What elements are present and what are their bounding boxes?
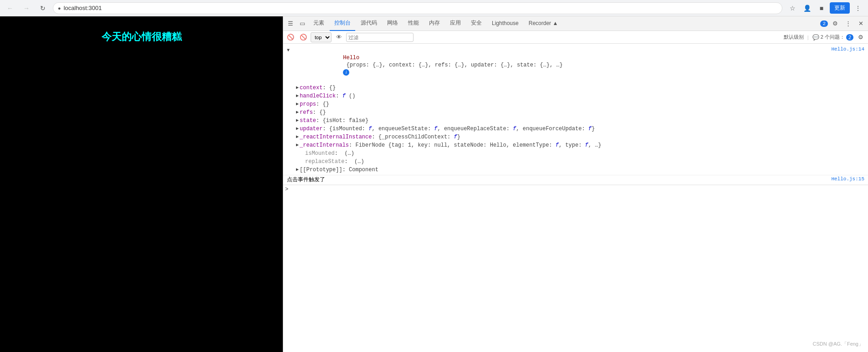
tree-toggle-prototype[interactable] bbox=[296, 166, 299, 173]
page-title: 今天的心情很糟糕 bbox=[102, 30, 182, 44]
devtools-dock-toggle[interactable]: ▭ bbox=[297, 18, 308, 29]
console-content: Hello {props: {…}, context: {…}, refs: {… bbox=[283, 44, 868, 352]
tree-state: state: {isHot: false} bbox=[285, 117, 829, 125]
console-entry-object: Hello {props: {…}, context: {…}, refs: {… bbox=[283, 46, 868, 175]
devtools-more: 2 ⚙ ⋮ ✕ bbox=[820, 18, 866, 29]
console-settings-button[interactable]: ⚙ bbox=[855, 32, 866, 43]
address-bar[interactable]: ● localhost:3001 bbox=[53, 2, 782, 14]
devtools-panel: ☰ ▭ 元素 控制台 源代码 网络 性能 内存 bbox=[283, 16, 868, 352]
object-entry-content: Hello {props: {…}, context: {…}, refs: {… bbox=[283, 46, 831, 174]
console-input[interactable] bbox=[290, 186, 868, 193]
tree-toggle-updater[interactable] bbox=[296, 125, 299, 133]
devtools-close-button[interactable]: ✕ bbox=[855, 18, 866, 29]
tree-props: props: {} bbox=[285, 100, 829, 108]
page-content: 今天的心情很糟糕 bbox=[0, 16, 283, 352]
tree-toggle-state[interactable] bbox=[296, 117, 299, 124]
browser-toolbar-right: ☆ 👤 ■ 更新 ⋮ bbox=[786, 2, 864, 15]
tree-handleclick: handleClick: f () bbox=[285, 92, 829, 100]
log-text: 点击事件触发了 bbox=[285, 177, 325, 183]
tree-toggle-handleclick[interactable] bbox=[296, 92, 299, 100]
bookmark-button[interactable]: ☆ bbox=[786, 2, 799, 15]
tree-react-internal-instance: _reactInternalInstance: {_processChildCo… bbox=[285, 133, 829, 141]
update-button[interactable]: 更新 bbox=[830, 2, 850, 14]
console-toolbar: 🚫 🚫 top 👁 默认级别 | 💬 2 个问题： 2 bbox=[283, 31, 868, 44]
messages-badge: 2 bbox=[820, 20, 828, 27]
tab-console[interactable]: 控制台 bbox=[330, 16, 355, 31]
devtools-more-button[interactable]: ⋮ bbox=[842, 18, 853, 29]
hello-class-name: Hello bbox=[343, 55, 359, 61]
url-text: localhost:3001 bbox=[64, 5, 102, 11]
tree-toggle-react-internal-instance[interactable] bbox=[296, 133, 299, 141]
tab-sources[interactable]: 源代码 bbox=[356, 16, 382, 31]
lock-icon: ● bbox=[58, 5, 61, 11]
console-toolbar-right: 默认级别 | 💬 2 个问题： 2 ⚙ bbox=[784, 32, 866, 43]
browser-chrome: ← → ↻ ● localhost:3001 ☆ 👤 ■ 更新 ⋮ bbox=[0, 0, 868, 16]
tree-replacestate: replaceState: (…) bbox=[285, 158, 829, 166]
info-icon[interactable]: i bbox=[343, 69, 349, 76]
issues-icon: 💬 bbox=[812, 34, 819, 41]
tree-updater: updater: {isMounted: f, enqueueSetState:… bbox=[285, 125, 829, 133]
tree-refs: refs: {} bbox=[285, 108, 829, 117]
devtools-tab-bar: ☰ ▭ 元素 控制台 源代码 网络 性能 内存 bbox=[283, 16, 868, 31]
tree-toggle-props[interactable] bbox=[296, 101, 299, 108]
console-eye-button[interactable]: 👁 bbox=[333, 32, 344, 43]
console-prompt: > bbox=[283, 185, 868, 194]
context-selector-wrapper: top bbox=[311, 32, 332, 42]
forward-button[interactable]: → bbox=[20, 2, 33, 15]
tab-security[interactable]: 安全 bbox=[466, 16, 486, 31]
prompt-arrow: > bbox=[285, 186, 288, 193]
tree-react-internals: _reactInternals: FiberNode {tag: 1, key:… bbox=[285, 141, 829, 149]
filter-input[interactable] bbox=[346, 33, 414, 42]
reload-button[interactable]: ↻ bbox=[36, 2, 49, 15]
tab-lighthouse[interactable]: Lighthouse bbox=[487, 16, 523, 31]
tree-toggle-refs[interactable] bbox=[296, 109, 299, 116]
console-clear-button[interactable]: 🚫 bbox=[285, 32, 296, 43]
tree-context: context: {} bbox=[285, 84, 829, 92]
back-button[interactable]: ← bbox=[4, 2, 16, 15]
tab-performance[interactable]: 性能 bbox=[403, 16, 424, 31]
devtools-container: ☰ ▭ 元素 控制台 源代码 网络 性能 内存 bbox=[283, 16, 868, 352]
devtools-sidebar-toggle[interactable]: ☰ bbox=[285, 18, 296, 29]
tab-memory[interactable]: 内存 bbox=[424, 16, 444, 31]
hello-props-text: {props: {…}, context: {…}, refs: {…}, up… bbox=[343, 62, 562, 68]
issues-count-badge: 2 bbox=[846, 34, 853, 41]
main-container: 今天的心情很糟糕 ☰ ▭ 元素 控制台 源代码 网络 bbox=[0, 16, 868, 352]
tree-toggle-react-internals[interactable] bbox=[296, 142, 299, 149]
extensions-button[interactable]: ■ bbox=[815, 2, 828, 15]
log-entry-source[interactable]: Hello.js:15 bbox=[831, 176, 868, 182]
default-level-label[interactable]: 默认级别 bbox=[784, 34, 804, 41]
log-entry-content: 点击事件触发了 bbox=[283, 176, 831, 184]
tree-toggle-context[interactable] bbox=[296, 84, 299, 92]
console-filter-toggle[interactable]: 🚫 bbox=[298, 32, 309, 43]
context-selector[interactable]: top bbox=[311, 32, 332, 42]
tree-toggle-root[interactable] bbox=[287, 47, 290, 54]
issues-separator: | bbox=[807, 35, 809, 40]
tree-prototype: [[Prototype]]: Component bbox=[285, 166, 829, 174]
devtools-settings-button[interactable]: ⚙ bbox=[830, 18, 841, 29]
console-entry-log: 点击事件触发了 Hello.js:15 bbox=[283, 175, 868, 185]
issues-count-label: 2 个问题： bbox=[821, 34, 845, 41]
tab-network[interactable]: 网络 bbox=[383, 16, 403, 31]
tab-elements[interactable]: 元素 bbox=[309, 16, 329, 31]
tab-application[interactable]: 应用 bbox=[445, 16, 465, 31]
issues-badge-wrapper: 💬 2 个问题： 2 bbox=[812, 34, 853, 41]
object-entry-source[interactable]: Hello.js:14 bbox=[831, 46, 868, 52]
tree-root: Hello {props: {…}, context: {…}, refs: {… bbox=[285, 46, 829, 84]
profile-button[interactable]: 👤 bbox=[801, 2, 813, 15]
tree-ismounted: isMounted: (…) bbox=[285, 149, 829, 158]
tab-recorder[interactable]: Recorder ▲ bbox=[524, 16, 563, 31]
menu-button[interactable]: ⋮ bbox=[852, 2, 864, 15]
watermark: CSDN @AG.「Feng」 bbox=[813, 341, 863, 347]
